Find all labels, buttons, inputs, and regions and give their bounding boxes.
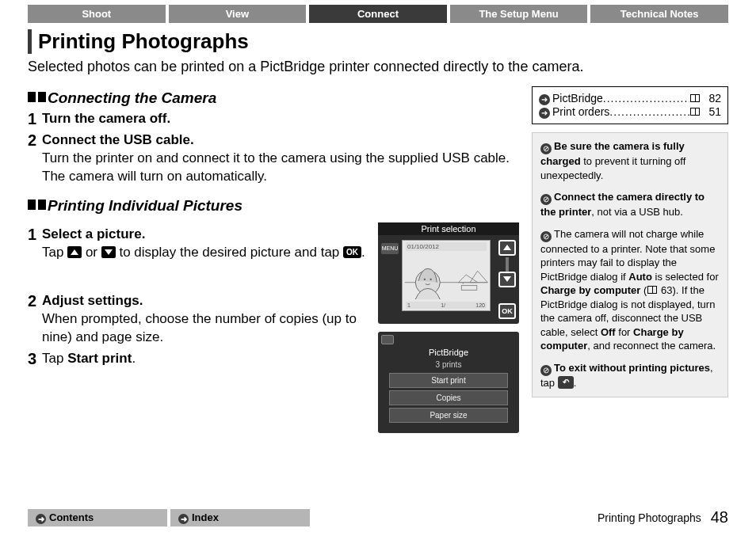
book-icon (690, 94, 700, 102)
step-number: 2 (28, 292, 42, 310)
menu-button[interactable]: MENU (381, 243, 399, 254)
step-text: Turn the printer on and connect it to th… (42, 150, 510, 184)
tab-connect[interactable]: Connect (309, 5, 447, 23)
intro-text: Selected photos can be printed on a Pict… (28, 59, 728, 75)
caution-icon: ⊘ (540, 194, 552, 205)
option-copies[interactable]: Copies (389, 390, 508, 405)
book-icon (647, 286, 657, 294)
camera-screen-pictbridge: PictBridge 3 prints Start print Copies P… (378, 332, 519, 433)
tab-tech[interactable]: Technical Notes (590, 5, 728, 23)
caution-icon: ⊘ (540, 231, 552, 242)
step-label: Connect the USB cable. (42, 132, 194, 147)
back-icon[interactable] (381, 335, 394, 344)
screen-title: Print selection (378, 222, 519, 235)
page-number: 48 (711, 508, 728, 526)
tab-shoot[interactable]: Shoot (28, 5, 166, 23)
tab-bar: Shoot View Connect The Setup Menu Techni… (28, 0, 728, 23)
ref-page: 51 (701, 105, 721, 118)
scroll-down-button[interactable] (498, 272, 516, 287)
step-label: Select a picture. (42, 226, 145, 241)
tips-box: ⊘Be sure the camera is fully charged to … (532, 132, 728, 397)
book-icon (690, 108, 700, 116)
footer-section-title: Printing Photographs (598, 511, 701, 524)
caution-icon: ⊘ (540, 365, 552, 376)
up-icon (67, 246, 82, 259)
step-number: 3 (28, 350, 42, 368)
preview-date: 01/10/2012 (406, 242, 487, 251)
section-connecting: Connecting the Camera (28, 89, 521, 107)
arrow-right-icon: ➜ (36, 514, 46, 524)
arrow-right-icon: ➜ (539, 108, 550, 119)
option-start-print[interactable]: Start print (389, 373, 508, 388)
page-footer: ➜Contents ➜Index Printing Photographs 48 (28, 508, 728, 526)
step-number: 1 (28, 110, 42, 128)
tab-setup[interactable]: The Setup Menu (450, 5, 588, 23)
svg-rect-3 (461, 285, 476, 290)
arrow-right-icon: ➜ (178, 514, 189, 524)
svg-point-6 (424, 278, 426, 279)
step-label: Adjust settings. (42, 293, 143, 308)
scroll-up-button[interactable] (498, 240, 516, 256)
down-icon (101, 246, 116, 259)
section-printing: Printing Individual Pictures (28, 197, 521, 215)
step-number: 2 (28, 131, 42, 150)
option-paper-size[interactable]: Paper size (389, 408, 508, 423)
footer-index-button[interactable]: ➜Index (170, 509, 310, 526)
preview-image: 01/10/2012 (402, 240, 491, 311)
ref-label[interactable]: PictBridge (552, 92, 603, 105)
camera-screen-print-selection: Print selection MENU 01/10/2012 (378, 222, 519, 324)
tab-view[interactable]: View (169, 5, 307, 23)
scroll-track-icon (506, 257, 509, 272)
back-button-icon: ↶ (558, 376, 574, 389)
screen-subtitle: 3 prints (381, 359, 516, 371)
arrow-right-icon: ➜ (539, 94, 550, 105)
ok-button[interactable]: OK (498, 303, 516, 319)
ref-label[interactable]: Print orders (552, 105, 609, 118)
screen-title: PictBridge (381, 346, 516, 359)
step-number: 1 (28, 226, 42, 244)
footer-contents-button[interactable]: ➜Contents (28, 509, 167, 526)
step-label: Turn the camera off. (42, 111, 170, 126)
cross-reference-box: ➜ PictBridge ...........................… (532, 86, 728, 124)
page-title: Printing Photographs (28, 29, 728, 54)
ok-icon: OK (343, 246, 361, 259)
svg-marker-2 (470, 271, 487, 283)
svg-point-7 (430, 278, 431, 279)
ref-page: 82 (701, 92, 721, 105)
step-text: When prompted, choose the number of copi… (42, 311, 357, 344)
caution-icon: ⊘ (540, 143, 552, 154)
